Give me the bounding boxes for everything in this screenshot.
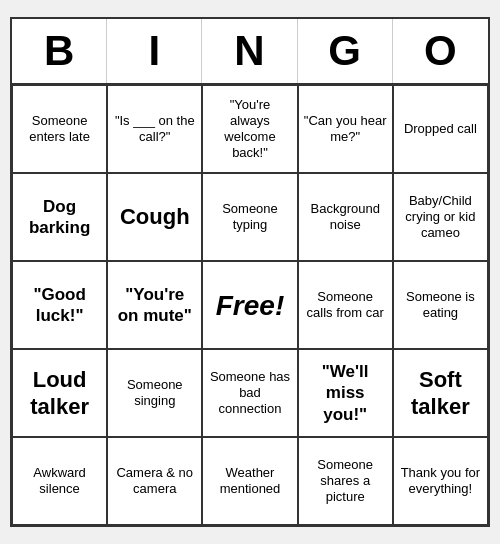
bingo-cell-16: Someone singing: [107, 349, 202, 437]
bingo-letter-b: B: [12, 19, 107, 83]
bingo-letter-o: O: [393, 19, 488, 83]
bingo-cell-9: Baby/Child crying or kid cameo: [393, 173, 488, 261]
bingo-cell-4: Dropped call: [393, 85, 488, 173]
bingo-cell-3: "Can you hear me?": [298, 85, 393, 173]
bingo-cell-20: Awkward silence: [12, 437, 107, 525]
bingo-cell-14: Someone is eating: [393, 261, 488, 349]
bingo-cell-7: Someone typing: [202, 173, 297, 261]
bingo-cell-22: Weather mentioned: [202, 437, 297, 525]
bingo-cell-6: Cough: [107, 173, 202, 261]
bingo-cell-12: Free!: [202, 261, 297, 349]
bingo-cell-10: "Good luck!": [12, 261, 107, 349]
bingo-cell-21: Camera & no camera: [107, 437, 202, 525]
bingo-letter-n: N: [202, 19, 297, 83]
bingo-letter-i: I: [107, 19, 202, 83]
bingo-card: BINGO Someone enters late"Is ___ on the …: [10, 17, 490, 527]
bingo-letter-g: G: [298, 19, 393, 83]
bingo-cell-17: Someone has bad connection: [202, 349, 297, 437]
bingo-cell-15: Loud talker: [12, 349, 107, 437]
bingo-cell-23: Someone shares a picture: [298, 437, 393, 525]
bingo-cell-8: Background noise: [298, 173, 393, 261]
bingo-cell-2: "You're always welcome back!": [202, 85, 297, 173]
bingo-cell-5: Dog barking: [12, 173, 107, 261]
bingo-cell-13: Someone calls from car: [298, 261, 393, 349]
bingo-cell-19: Soft talker: [393, 349, 488, 437]
bingo-cell-24: Thank you for everything!: [393, 437, 488, 525]
bingo-header: BINGO: [12, 19, 488, 85]
bingo-cell-11: "You're on mute": [107, 261, 202, 349]
bingo-cell-0: Someone enters late: [12, 85, 107, 173]
bingo-cell-18: "We'll miss you!": [298, 349, 393, 437]
bingo-grid: Someone enters late"Is ___ on the call?"…: [12, 85, 488, 525]
bingo-cell-1: "Is ___ on the call?": [107, 85, 202, 173]
